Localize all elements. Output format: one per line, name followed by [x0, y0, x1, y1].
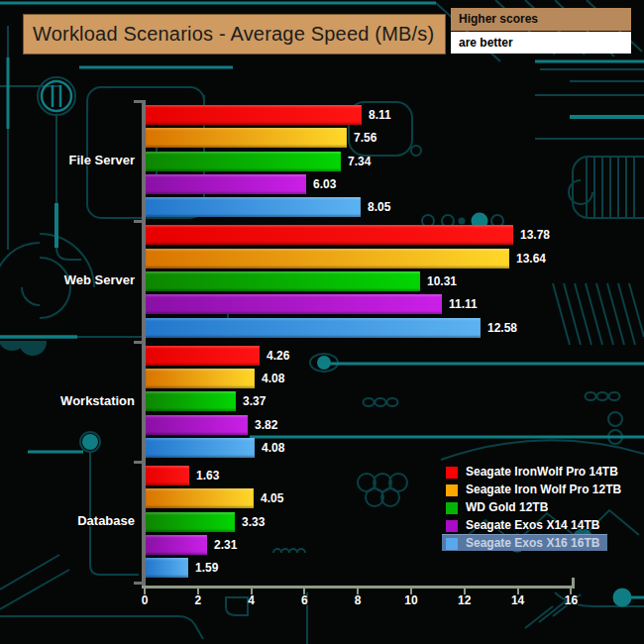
bar-seagate-iron-wolf-pro-12tb-database [146, 488, 254, 508]
bar-seagate-iron-wolf-pro-12tb-web-server [146, 249, 509, 268]
bar-wd-gold-12tb-file-server [146, 152, 341, 171]
category-axis-tick [134, 100, 142, 103]
bar-value-label: 8.11 [369, 108, 391, 122]
x-axis-tick-label: 14 [498, 593, 538, 607]
category-axis-tick [134, 341, 142, 344]
legend-swatch-seagate-iron-wolf-pro-12tb [446, 484, 458, 496]
bar-seagate-iron-wolf-pro-12tb-file-server [146, 128, 347, 148]
bar-value-label: 6.03 [313, 177, 336, 191]
bar-wd-gold-12tb-database [146, 512, 235, 532]
bar-value-label: 10.31 [427, 274, 457, 288]
bar-value-label: 1.63 [196, 469, 219, 483]
legend-label-seagate-exos-x14-14tb: Seagate Exos X14 14TB [466, 518, 599, 532]
category-label-database: Database [16, 513, 135, 528]
bar-wd-gold-12tb-workstation [146, 391, 236, 411]
bar-value-label: 3.82 [255, 418, 277, 432]
legend-swatch-wd-gold-12tb [446, 502, 458, 514]
bar-seagate-exos-x14-14tb-file-server [146, 174, 306, 194]
category-axis-tick [134, 582, 142, 585]
bar-seagate-exos-x14-14tb-web-server [146, 294, 442, 314]
legend-swatch-seagate-exos-x14-14tb [446, 520, 458, 532]
bar-value-label: 3.33 [242, 515, 265, 529]
x-axis-tick-label: 2 [178, 593, 218, 607]
bar-seagate-ironwolf-pro-14tb-workstation [146, 346, 260, 366]
x-axis-tick-label: 10 [391, 593, 431, 607]
bar-value-label: 13.64 [516, 252, 546, 266]
bar-value-label: 2.31 [214, 538, 237, 552]
bar-value-label: 13.78 [520, 228, 550, 242]
legend-label-seagate-iron-wolf-pro-12tb: Seagate Iron Wolf Pro 12TB [466, 483, 621, 496]
category-label-web-server: Web Server [16, 272, 135, 287]
bar-seagate-exos-x16-16tb-file-server [146, 197, 361, 217]
x-axis-tick-label: 0 [125, 593, 164, 607]
bar-seagate-exos-x16-16tb-database [146, 558, 188, 578]
category-label-workstation: Workstation [16, 393, 135, 408]
value-axis-end-tick [572, 578, 575, 586]
bar-wd-gold-12tb-web-server [146, 271, 420, 291]
x-axis-tick-label: 8 [338, 593, 377, 607]
bar-seagate-ironwolf-pro-14tb-web-server [146, 225, 513, 245]
bar-value-label: 12.58 [487, 321, 517, 335]
bar-value-label: 4.08 [262, 441, 284, 455]
legend-label-wd-gold-12tb: WD Gold 12TB [466, 500, 548, 514]
x-axis-tick-label: 12 [445, 593, 484, 607]
bar-seagate-exos-x14-14tb-database [146, 535, 207, 555]
category-axis-tick [134, 461, 142, 464]
bar-value-label: 4.08 [262, 372, 284, 385]
bar-value-label: 4.05 [261, 491, 283, 505]
higher-scores-note: Higher scores [451, 8, 631, 31]
bar-seagate-exos-x16-16tb-web-server [146, 318, 481, 338]
bar-value-label: 4.26 [267, 349, 289, 363]
bar-value-label: 3.37 [243, 394, 266, 408]
bar-seagate-exos-x16-16tb-workstation [146, 438, 255, 458]
bar-seagate-ironwolf-pro-14tb-file-server [146, 105, 362, 125]
legend-label-seagate-exos-x16-16tb: Seagate Exos X16 16TB [466, 536, 599, 550]
bar-value-label: 11.11 [449, 297, 478, 311]
legend-swatch-seagate-exos-x16-16tb [446, 538, 458, 550]
bar-seagate-exos-x14-14tb-workstation [146, 415, 248, 435]
category-axis-tick [134, 220, 142, 223]
x-axis-tick-label: 6 [284, 593, 324, 607]
legend-swatch-seagate-ironwolf-pro-14tb [446, 467, 458, 479]
are-better-note: are better [451, 32, 631, 54]
bar-value-label: 7.56 [354, 131, 376, 145]
bar-value-label: 1.59 [195, 561, 218, 575]
bar-seagate-ironwolf-pro-14tb-database [146, 466, 189, 485]
chart-title: Workload Scenarios - Average Speed (MB/s… [23, 14, 446, 54]
benchmark-chart-page: Workload Scenarios - Average Speed (MB/s… [0, 0, 644, 644]
bar-seagate-iron-wolf-pro-12tb-workstation [146, 369, 255, 388]
x-axis-tick-label: 4 [232, 593, 271, 607]
category-label-file-server: File Server [16, 153, 135, 167]
bar-value-label: 8.05 [368, 200, 390, 214]
bar-value-label: 7.34 [348, 155, 371, 168]
legend-label-seagate-ironwolf-pro-14tb: Seagate IronWolf Pro 14TB [466, 465, 618, 479]
x-axis-tick-label: 16 [551, 593, 590, 607]
